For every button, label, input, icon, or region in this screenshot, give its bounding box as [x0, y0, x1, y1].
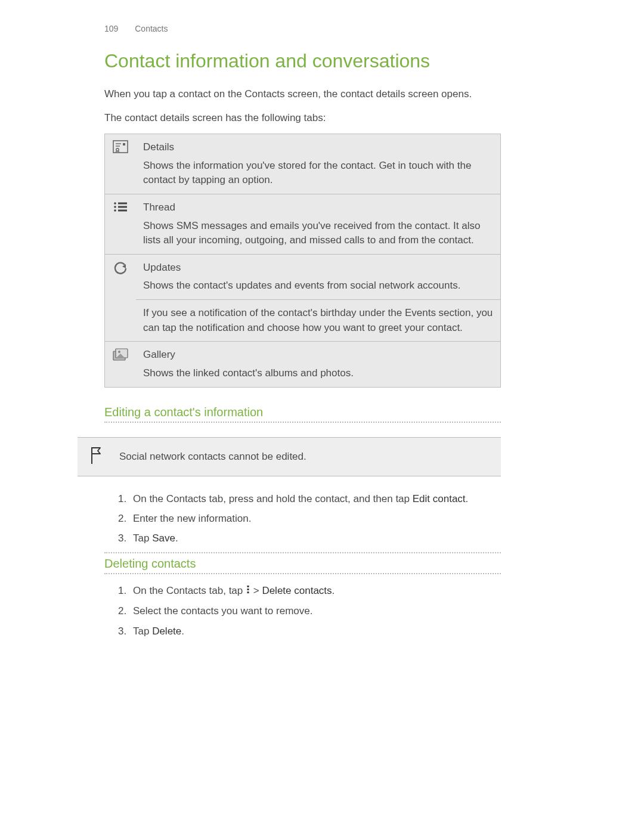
step-mid: >: [250, 585, 262, 596]
tab-name: Updates: [143, 261, 493, 275]
thread-list-icon: [113, 200, 128, 218]
page-title: Contact information and conversations: [104, 50, 572, 72]
gallery-photos-icon: [112, 348, 129, 367]
tab-name: Details: [143, 140, 493, 155]
tab-desc: Shows the linked contact's albums and ph…: [143, 367, 354, 379]
list-item: On the Contacts tab, tap > Delete contac…: [129, 583, 486, 599]
tab-name: Gallery: [143, 348, 493, 363]
table-row: Updates Shows the contact's updates and …: [105, 254, 501, 299]
tabs-table: Details Shows the information you've sto…: [104, 134, 501, 388]
step-post: .: [175, 532, 178, 544]
page: 109 Contacts Contact information and con…: [0, 0, 644, 667]
svg-point-5: [114, 202, 116, 205]
gallery-text: Gallery Shows the linked contact's album…: [136, 342, 501, 387]
step-text: Tap: [133, 532, 152, 544]
svg-rect-19: [247, 592, 249, 593]
details-text: Details Shows the information you've sto…: [136, 134, 501, 194]
intro-paragraph-2: The contact details screen has the follo…: [104, 110, 572, 126]
tab-name: Thread: [143, 200, 493, 215]
list-item: Tap Save.: [129, 530, 486, 546]
svg-rect-17: [247, 586, 249, 587]
table-row: Details Shows the information you've sto…: [105, 134, 501, 194]
gallery-icon-cell: [105, 342, 137, 387]
tab-desc-2: If you see a notification of the contact…: [143, 307, 493, 333]
intro-paragraph-1: When you tap a contact on the Contacts s…: [104, 86, 572, 102]
svg-rect-8: [118, 202, 127, 204]
svg-point-4: [116, 148, 119, 151]
note-text: Social network contacts cannot be edited…: [119, 451, 306, 462]
step-post: .: [332, 585, 335, 596]
step-bold: Delete contacts: [262, 585, 332, 596]
editing-steps: On the Contacts tab, press and hold the …: [104, 491, 486, 547]
note-box: Social network contacts cannot be edited…: [78, 437, 501, 476]
list-item: On the Contacts tab, press and hold the …: [129, 491, 486, 507]
step-bold: Edit contact: [413, 493, 466, 504]
svg-rect-0: [113, 141, 128, 153]
vertical-dots-icon: [246, 583, 250, 599]
updates-text-2: If you see a notification of the contact…: [136, 300, 501, 342]
updates-icon-cell: [105, 254, 137, 342]
thread-text: Thread Shows SMS messages and emails you…: [136, 194, 501, 254]
table-row: If you see a notification of the contact…: [105, 300, 501, 342]
tab-desc: Shows SMS messages and emails you've rec…: [143, 220, 480, 246]
svg-rect-18: [247, 589, 249, 590]
step-post: .: [466, 493, 469, 504]
tab-desc: Shows the information you've stored for …: [143, 160, 471, 186]
step-post: .: [181, 625, 184, 637]
svg-rect-9: [118, 206, 127, 208]
step-text: Select the contacts you want to remove.: [133, 605, 312, 617]
svg-rect-10: [118, 209, 127, 211]
list-item: Tap Delete.: [129, 623, 486, 639]
page-number: 109: [104, 24, 118, 33]
step-text: On the Contacts tab, tap: [133, 585, 246, 596]
flag-icon: [89, 446, 104, 468]
details-card-icon: [113, 140, 128, 158]
step-text: On the Contacts tab, press and hold the …: [133, 493, 413, 504]
deleting-steps: On the Contacts tab, tap > Delete contac…: [104, 583, 486, 639]
deleting-heading: Deleting contacts: [104, 557, 501, 574]
tab-desc: Shows the contact's updates and events f…: [143, 280, 460, 291]
step-text: Tap: [133, 625, 152, 637]
table-row: Gallery Shows the linked contact's album…: [105, 342, 501, 387]
svg-point-6: [114, 206, 116, 208]
editing-heading: Editing a contact's information: [104, 405, 501, 423]
step-bold: Delete: [152, 625, 181, 637]
svg-point-14: [118, 351, 120, 353]
thread-icon-cell: [105, 194, 137, 254]
table-row: Thread Shows SMS messages and emails you…: [105, 194, 501, 254]
section-name: Contacts: [135, 24, 168, 33]
updates-refresh-icon: [113, 261, 128, 281]
step-text: Enter the new information.: [133, 513, 251, 524]
dotted-separator: [104, 552, 501, 553]
details-icon-cell: [105, 134, 137, 194]
list-item: Enter the new information.: [129, 510, 486, 527]
step-bold: Save: [152, 532, 175, 544]
updates-text: Updates Shows the contact's updates and …: [136, 254, 501, 299]
page-header: 109 Contacts: [104, 24, 572, 33]
svg-rect-3: [123, 143, 125, 145]
svg-point-7: [114, 209, 116, 212]
list-item: Select the contacts you want to remove.: [129, 603, 486, 619]
